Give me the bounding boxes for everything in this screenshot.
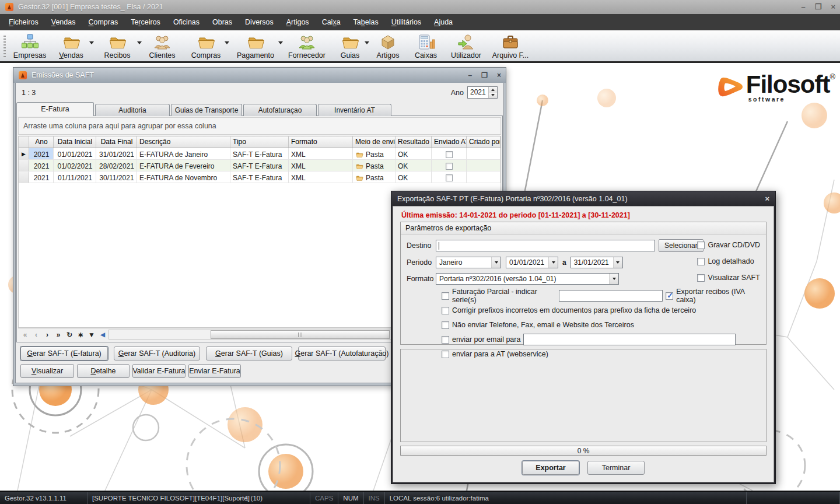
chevron-down-icon[interactable] [491, 257, 501, 268]
main-titlebar[interactable]: Gestor.32 [001] Empresa testes_ Elsa / 2… [0, 0, 840, 14]
toolbar-vendas-button[interactable]: Vendas [49, 32, 93, 61]
dialog-titlebar[interactable]: Exportação SAF-T PT (E-Fatura) Portaria … [391, 191, 775, 206]
column-header-ano[interactable]: Ano [29, 136, 54, 148]
refresh-button[interactable]: ↻ [64, 331, 75, 339]
enviado-at-checkbox[interactable] [446, 163, 453, 170]
column-header-data-final[interactable]: Data Final [96, 136, 137, 148]
chevron-down-icon[interactable] [548, 257, 558, 268]
exportar-button[interactable]: Exportar [522, 461, 579, 475]
menu-ajuda[interactable]: Ajuda [428, 14, 459, 30]
table-row[interactable]: 2021 01/11/2021 30/11/2021 E-FATURA de N… [19, 172, 501, 183]
saft-window-titlebar[interactable]: Emissões de SAFT – ❐ × [13, 68, 506, 83]
enviar-at-webservice-checkbox[interactable] [442, 351, 449, 358]
menu-utilitarios[interactable]: Utilitários [385, 14, 428, 30]
periodo-from-datepicker[interactable]: 01/01/2021 [506, 257, 558, 268]
terminar-button[interactable]: Terminar [587, 461, 645, 475]
validar-e-fatura-button[interactable]: Validar E-Fatura [132, 364, 186, 378]
gerar-saft-auditoria-button[interactable]: Gerar SAF-T (Auditoria) [114, 346, 200, 360]
toolbar-caixas-button[interactable]: Caixas [407, 32, 444, 61]
menu-caixa[interactable]: Caixa [316, 14, 347, 30]
menu-vendas[interactable]: Vendas [45, 14, 82, 30]
tab-auditoria[interactable]: Auditoria [95, 104, 170, 116]
enviado-at-checkbox[interactable] [446, 151, 453, 158]
next-record-button[interactable]: › [42, 331, 52, 339]
gravar-cd-dvd-checkbox[interactable] [697, 242, 705, 249]
menu-diversos[interactable]: Diversos [239, 14, 280, 30]
toolbar-empresas-button[interactable]: Empresas [10, 32, 49, 61]
selecionar-button[interactable]: Selecionar [659, 239, 704, 252]
toolbar-pagamento-button[interactable]: Pagamento [229, 32, 282, 61]
column-header-resultado[interactable]: Resultado [396, 136, 432, 148]
enviar-email-checkbox[interactable] [442, 336, 449, 344]
destino-input[interactable] [436, 240, 655, 251]
series-input[interactable] [559, 290, 663, 302]
close-icon[interactable]: × [831, 1, 835, 13]
previous-record-button[interactable]: ‹ [31, 331, 41, 339]
spinner-up-icon[interactable] [489, 87, 497, 93]
detalhe-button[interactable]: Detalhe [77, 364, 130, 378]
formato-combobox[interactable]: Portaria nº302/2016 (versão 1.04_01) [436, 273, 619, 285]
filter-button[interactable]: ▼ [86, 331, 97, 339]
visualizar-saft-checkbox[interactable] [697, 274, 705, 282]
enviado-at-checkbox[interactable] [446, 174, 453, 181]
maximize-icon[interactable]: ❐ [481, 69, 488, 81]
menu-compras[interactable]: Compras [82, 14, 124, 30]
minimize-icon[interactable]: – [468, 69, 473, 81]
menu-artigos[interactable]: Artigos [280, 14, 316, 30]
periodo-month-combobox[interactable]: Janeiro [436, 257, 501, 268]
column-header-tipo[interactable]: Tipo [230, 136, 289, 148]
close-icon[interactable]: × [497, 69, 501, 81]
scroll-left-icon[interactable]: ◀ [97, 331, 108, 338]
toolbar-fornecedor-button[interactable]: Fornecedor [282, 32, 331, 61]
restore-icon[interactable]: ❐ [815, 1, 822, 13]
insert-record-button[interactable]: ∗ [75, 331, 86, 339]
first-record-button[interactable]: « [20, 331, 30, 339]
nao-enviar-contactos-checkbox[interactable] [442, 321, 449, 329]
email-input[interactable] [523, 334, 736, 345]
column-header-formato[interactable]: Formato [289, 136, 353, 148]
toolbar-recibos-button[interactable]: Recibos [93, 32, 141, 61]
column-header-criado-por[interactable]: Criado por [467, 136, 501, 148]
spinner-down-icon[interactable] [489, 93, 497, 99]
table-row[interactable]: ▶ 2021 01/01/2021 31/01/2021 E-FATURA de… [19, 148, 501, 160]
chevron-down-icon[interactable] [613, 257, 622, 268]
tab-e-fatura[interactable]: E-Fatura [16, 102, 94, 116]
gerar-saft-guias-button[interactable]: Gerar SAF-T (Guias) [206, 346, 292, 360]
menu-ficheiros[interactable]: Ficheiros [2, 14, 45, 30]
toolbar-utilizador-button[interactable]: Utilizador [444, 32, 488, 61]
corrigir-prefixos-checkbox[interactable] [442, 307, 449, 314]
group-by-drop-zone[interactable]: Arraste uma coluna para aqui para agrupa… [18, 117, 501, 135]
log-detalhado-checkbox[interactable] [697, 258, 705, 265]
tab-guias-de-transporte[interactable]: Guias de Transporte [171, 104, 242, 116]
enviar-e-fatura-button[interactable]: Enviar E-Fatura [188, 364, 241, 378]
tab-inventario-at[interactable]: Inventário AT [318, 104, 391, 116]
scrollbar-thumb[interactable] [211, 330, 390, 339]
visualizar-button[interactable]: Visualizar [20, 364, 74, 378]
last-record-button[interactable]: » [53, 331, 64, 339]
column-header-data-inicial[interactable]: Data Inicial [54, 136, 96, 148]
column-header-enviado-at[interactable]: Enviado AT [432, 136, 467, 148]
periodo-to-datepicker[interactable]: 31/01/2021 [570, 257, 623, 268]
toolbar-arquivo-button[interactable]: Arquivo F... [488, 32, 533, 61]
menu-oficinas[interactable]: Oficinas [167, 14, 206, 30]
toolbar-clientes-button[interactable]: Clientes [141, 32, 183, 61]
column-header-meio-de-envio[interactable]: Meio de envio [353, 136, 396, 148]
tab-autofaturacao[interactable]: Autofaturaçao [243, 104, 317, 116]
gerar-saft-efatura-button[interactable]: Gerar SAF-T (E-fatura) [20, 346, 108, 360]
exportar-recibos-checkbox[interactable] [666, 292, 673, 300]
minimize-icon[interactable]: – [802, 1, 806, 13]
close-icon[interactable]: × [765, 194, 769, 203]
year-spinner[interactable]: 2021 [467, 86, 498, 99]
toolbar-compras-button[interactable]: Compras [183, 32, 229, 61]
column-header-descricao[interactable]: Descrição [137, 136, 230, 148]
faturacao-parcial-checkbox[interactable] [442, 292, 449, 300]
chevron-down-icon[interactable] [609, 274, 618, 284]
toolbar-artigos-button[interactable]: Artigos [369, 32, 407, 61]
gerar-saft-autofaturacao-button[interactable]: Gerar SAF-T (Autofaturação) [298, 346, 386, 360]
menu-obras[interactable]: Obras [206, 14, 239, 30]
toolbar-grip[interactable] [4, 36, 6, 59]
toolbar-guias-button[interactable]: Guias [331, 32, 369, 61]
menu-terceiros[interactable]: Terceiros [124, 14, 167, 30]
table-row[interactable]: 2021 01/02/2021 28/02/2021 E-FATURA de F… [19, 160, 501, 172]
menu-tabelas[interactable]: Tabelas [347, 14, 385, 30]
